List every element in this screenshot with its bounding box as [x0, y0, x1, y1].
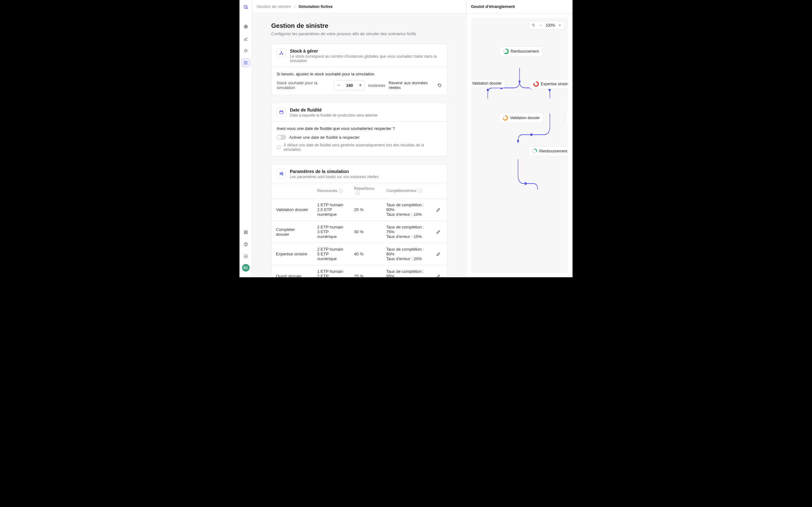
svg-point-10: [246, 233, 246, 234]
svg-point-8: [247, 232, 247, 233]
node-remboursement-bot[interactable]: Remboursement: [528, 146, 568, 156]
svg-point-5: [247, 231, 247, 231]
row-name: Ouvrir dossier: [271, 265, 313, 277]
fluidite-card: Date de fluidité Date à laquelle la flui…: [271, 103, 447, 157]
node-expertise[interactable]: Expertise sinistre: [530, 79, 568, 89]
stock-title: Stock à gérer: [290, 49, 442, 54]
row-resources: 1 ETP humain2,5 ETP numérique: [313, 199, 350, 221]
fluidite-subtitle: Date à laquelle la fluidité de productio…: [290, 113, 377, 118]
diagram-canvas[interactable]: − 100% +: [471, 18, 568, 273]
right-panel: Goulot d'étranglement − 100% +: [466, 0, 572, 277]
fluidite-toggle-label: Activer une date de fluidité à respecter: [289, 135, 360, 140]
params-card: Paramètres de la simulation Les paramètr…: [271, 164, 447, 277]
stepper-minus[interactable]: −: [334, 80, 343, 90]
fluidite-note: i À défaut une date de fluidité sera gén…: [276, 143, 442, 152]
edit-button[interactable]: [434, 272, 443, 277]
params-title: Paramètres de la simulation: [290, 169, 380, 174]
row-repartition: 25 %: [350, 199, 382, 221]
avatar[interactable]: RJ: [242, 264, 250, 272]
chevron-right-icon: ›: [294, 4, 295, 9]
params-subtitle: Les paramètres sont basés sur vos instan…: [290, 175, 380, 179]
col-resources: Ressourcesi: [313, 183, 350, 199]
reset-label: Revenir aux données réelles: [389, 80, 435, 90]
sliders-icon: [276, 169, 286, 178]
breadcrumb-parent[interactable]: Gestion de sinistre: [257, 4, 291, 9]
page-title: Gestion de sinistre: [271, 22, 447, 30]
node-validation-left[interactable]: Validation dossier: [471, 79, 505, 88]
table-row: Expertise sinistre2 ETP humain5 ETP numé…: [271, 243, 447, 265]
svg-point-13: [246, 245, 246, 245]
nav-help[interactable]: [241, 240, 250, 249]
status-ring-icon: [503, 49, 509, 54]
breadcrumb-current: Simulation fictive: [299, 4, 333, 9]
refresh-icon: [438, 83, 442, 88]
svg-point-27: [549, 89, 551, 91]
calendar-icon: [276, 107, 286, 117]
stepper-plus[interactable]: +: [356, 80, 365, 90]
fluidite-toggle[interactable]: [276, 135, 286, 140]
status-ring-icon: [533, 81, 539, 87]
row-resources: 1 ETP humain2 ETP numérique: [313, 265, 350, 277]
quantity-stepper: − 180 +: [334, 80, 365, 90]
nav-sparkle[interactable]: [241, 46, 250, 55]
stock-icon: [276, 49, 286, 58]
col-repartitions: Répartitionsi: [350, 183, 382, 199]
svg-point-3: [244, 231, 245, 231]
fluidite-question: Avez-vous une date de fluidité que vous …: [276, 126, 442, 131]
row-completion: Taux de complétion : 95%Taux d'erreur : …: [382, 265, 430, 277]
svg-point-26: [487, 89, 489, 91]
stock-hint: Si besoin, ajustez le stock souhaité pou…: [276, 72, 442, 76]
status-ring-icon: [502, 115, 508, 121]
row-completion: Taux de complétion : 90%Taux d'erreur : …: [382, 199, 430, 221]
info-icon: i: [356, 191, 360, 195]
svg-rect-28: [530, 133, 532, 136]
node-validation-mid[interactable]: Validation dossier: [499, 113, 543, 123]
row-completion: Taux de complétion : 75%Taux d'erreur : …: [382, 221, 430, 243]
pencil-icon: [436, 274, 441, 277]
info-icon: i: [276, 145, 281, 150]
pencil-icon: [436, 229, 441, 234]
svg-point-29: [517, 140, 519, 142]
status-ring-icon: [568, 115, 568, 121]
stock-label: Stock souhaité pour la simulation: [276, 80, 331, 90]
edit-button[interactable]: [434, 228, 443, 236]
svg-point-9: [244, 233, 245, 234]
stock-card: Stock à gérer Le stock correspond au nom…: [271, 44, 447, 95]
page-subtitle: Configurez les paramètres de votre proce…: [271, 32, 447, 36]
pencil-icon: [436, 251, 441, 257]
row-resources: 2 ETP humain5 ETP numérique: [313, 243, 350, 265]
row-repartition: 25 %: [350, 265, 382, 277]
node-remboursement-top[interactable]: Remboursement: [500, 46, 542, 56]
svg-rect-30: [525, 182, 526, 185]
node-partial-right[interactable]: [565, 113, 568, 123]
svg-point-4: [246, 231, 246, 231]
row-resources: 2 ETP humain3 ETP numérique: [313, 221, 350, 243]
nav-checklist[interactable]: [241, 58, 250, 67]
stock-subtitle: Le stock correspond au nombre d'instance…: [290, 54, 442, 63]
stepper-value: 180: [343, 80, 356, 90]
edit-button[interactable]: [434, 206, 443, 214]
table-row: Compléter dossier2 ETP humain3 ETP numér…: [271, 221, 447, 243]
row-completion: Taux de complétion : 80%Taux d'erreur : …: [382, 243, 430, 265]
edit-button[interactable]: [434, 250, 443, 258]
reset-link[interactable]: Revenir aux données réelles: [389, 80, 442, 90]
row-name: Expertise sinistre: [271, 243, 313, 265]
fluidite-title: Date de fluidité: [290, 107, 377, 112]
table-row: Ouvrir dossier1 ETP humain2 ETP numériqu…: [271, 265, 447, 277]
status-ring-icon: [531, 148, 537, 154]
app-logo[interactable]: [241, 3, 250, 11]
row-name: Validation dossier: [271, 199, 313, 221]
svg-point-23: [519, 80, 520, 83]
row-repartition: 30 %: [350, 221, 382, 243]
params-table: Ressourcesi Répartitionsi Complétion/err…: [271, 183, 447, 277]
breadcrumb: Gestion de sinistre › Simulation fictive: [252, 0, 466, 13]
nav-apps[interactable]: [241, 228, 250, 237]
nav-chart[interactable]: [241, 34, 250, 43]
nav-settings[interactable]: [241, 252, 250, 261]
nav-globe[interactable]: [241, 22, 250, 31]
right-panel-title: Goulot d'étranglement: [467, 0, 572, 13]
info-icon: i: [418, 189, 422, 193]
table-row: Validation dossier1 ETP humain2,5 ETP nu…: [271, 199, 447, 221]
svg-point-14: [245, 256, 247, 257]
svg-rect-18: [280, 111, 283, 114]
